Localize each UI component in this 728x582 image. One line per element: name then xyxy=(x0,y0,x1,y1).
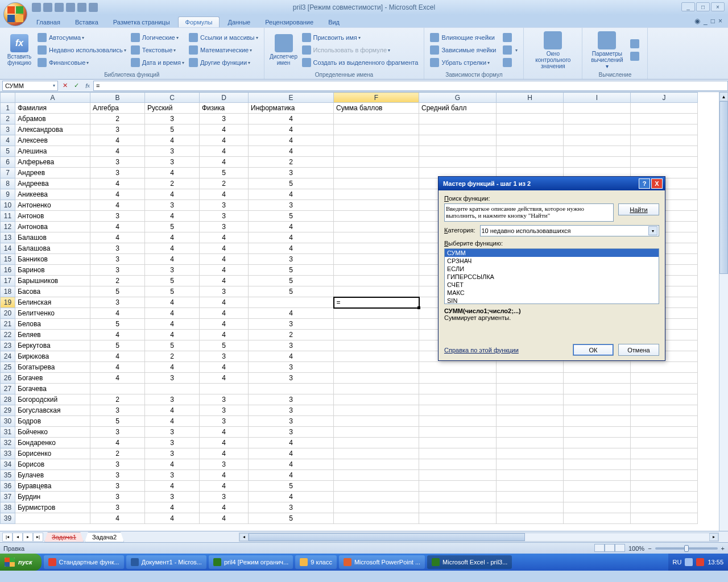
cell-17-C[interactable]: 5 xyxy=(145,276,200,286)
tab-insert[interactable]: Вставка xyxy=(68,17,105,27)
cell-8-F[interactable] xyxy=(334,178,419,189)
cell-38-I[interactable] xyxy=(564,502,631,513)
close-button[interactable]: × xyxy=(711,2,725,11)
cell-4-F[interactable] xyxy=(334,135,419,146)
cell-5-J[interactable] xyxy=(631,146,698,157)
cell-34-J[interactable] xyxy=(631,459,698,470)
datetime-button[interactable]: Дата и время▾ xyxy=(129,56,187,69)
function-list-item[interactable]: ГИПЕРССЫЛКА xyxy=(445,273,659,281)
cell-28-E[interactable]: 3 xyxy=(249,394,334,405)
cell-22-D[interactable]: 4 xyxy=(200,330,249,340)
cell-5-B[interactable]: 4 xyxy=(90,146,145,157)
cell-12-D[interactable]: 3 xyxy=(200,222,249,232)
cell-3-J[interactable] xyxy=(631,124,698,135)
cell-6-D[interactable]: 4 xyxy=(200,157,249,168)
system-tray[interactable]: RU 13:55 xyxy=(668,554,728,571)
cell-23-F[interactable] xyxy=(334,340,419,351)
cell-14-E[interactable]: 4 xyxy=(249,243,334,254)
cell-1-H[interactable] xyxy=(497,103,564,114)
fx-button[interactable]: fx xyxy=(82,81,93,91)
cell-26-D[interactable]: 4 xyxy=(200,373,249,384)
cell-9-F[interactable] xyxy=(334,189,419,200)
cell-28-B[interactable]: 2 xyxy=(90,394,145,405)
taskbar-item-2[interactable]: pril4 [Режим огранич... xyxy=(209,555,293,569)
cell-1-I[interactable] xyxy=(564,103,631,114)
cell-32-G[interactable] xyxy=(419,438,497,448)
cell-9-E[interactable]: 4 xyxy=(249,189,334,200)
row-header-6[interactable]: 6 xyxy=(1,157,15,168)
cell-10-A[interactable]: Антоненко xyxy=(15,200,90,211)
select-all-cell[interactable] xyxy=(1,93,15,103)
cell-31-A[interactable]: Бойченко xyxy=(15,427,90,438)
cancel-button[interactable]: Отмена xyxy=(618,344,659,356)
cell-30-J[interactable] xyxy=(631,416,698,427)
insert-function-button[interactable]: fx Вставить функцию xyxy=(3,29,35,71)
sheet-tab-2[interactable]: Задача2 xyxy=(85,532,124,542)
cell-19-A[interactable]: Белинская xyxy=(15,297,90,308)
cell-23-C[interactable]: 5 xyxy=(145,340,200,351)
sheet-nav-prev[interactable]: ◂ xyxy=(13,533,23,542)
cell-36-H[interactable] xyxy=(497,481,564,492)
cell-25-H[interactable] xyxy=(497,362,564,373)
cell-6-G[interactable] xyxy=(419,157,497,168)
cell-34-I[interactable] xyxy=(564,459,631,470)
cell-24-B[interactable]: 4 xyxy=(90,351,145,362)
cell-33-G[interactable] xyxy=(419,448,497,459)
cell-27-A[interactable]: Богачева xyxy=(15,384,90,394)
cell-4-C[interactable]: 4 xyxy=(145,135,200,146)
cell-25-J[interactable] xyxy=(631,362,698,373)
cell-35-A[interactable]: Булачев xyxy=(15,470,90,481)
cell-34-B[interactable]: 3 xyxy=(90,459,145,470)
cell-30-B[interactable]: 5 xyxy=(90,416,145,427)
cell-36-B[interactable]: 3 xyxy=(90,481,145,492)
cell-10-C[interactable]: 3 xyxy=(145,200,200,211)
cell-4-B[interactable]: 4 xyxy=(90,135,145,146)
cell-34-H[interactable] xyxy=(497,459,564,470)
cell-1-E[interactable]: Информатика xyxy=(249,103,334,114)
cell-28-I[interactable] xyxy=(564,394,631,405)
cell-19-F[interactable]: = xyxy=(334,297,419,308)
cell-39-F[interactable] xyxy=(334,513,419,524)
taskbar-item-1[interactable]: Документ1 - Micros... xyxy=(126,555,206,569)
undo-icon[interactable] xyxy=(43,3,52,12)
kaspersky-icon[interactable] xyxy=(696,558,704,566)
cell-33-F[interactable] xyxy=(334,448,419,459)
cell-33-J[interactable] xyxy=(631,448,698,459)
cell-20-D[interactable]: 4 xyxy=(200,308,249,319)
cell-8-C[interactable]: 2 xyxy=(145,178,200,189)
cell-36-A[interactable]: Буравцева xyxy=(15,481,90,492)
row-header-32[interactable]: 32 xyxy=(1,438,15,448)
row-header-7[interactable]: 7 xyxy=(1,168,15,178)
cell-4-H[interactable] xyxy=(497,135,564,146)
ok-button[interactable]: ОК xyxy=(573,344,614,356)
cell-4-J[interactable] xyxy=(631,135,698,146)
error-check-button[interactable]: ▾ xyxy=(500,44,520,56)
find-button[interactable]: Найти xyxy=(618,203,659,215)
cell-2-H[interactable] xyxy=(497,114,564,124)
cell-3-G[interactable] xyxy=(419,124,497,135)
cell-39-A[interactable] xyxy=(15,513,90,524)
create-from-selection-button[interactable]: Создать из выделенного фрагмента xyxy=(300,56,421,69)
cell-6-I[interactable] xyxy=(564,157,631,168)
row-header-29[interactable]: 29 xyxy=(1,405,15,416)
cell-6-B[interactable]: 3 xyxy=(90,157,145,168)
cell-30-C[interactable]: 4 xyxy=(145,416,200,427)
cell-39-B[interactable]: 4 xyxy=(90,513,145,524)
taskbar-item-5[interactable]: Microsoft Excel - pril3... xyxy=(427,555,512,569)
cell-17-D[interactable]: 4 xyxy=(200,276,249,286)
function-help-link[interactable]: Справка по этой функции xyxy=(444,347,519,354)
row-header-38[interactable]: 38 xyxy=(1,502,15,513)
col-header-D[interactable]: D xyxy=(200,93,249,103)
calc-sheet-button[interactable] xyxy=(628,50,644,63)
function-list-item[interactable]: МАКС xyxy=(445,289,659,297)
cell-37-E[interactable]: 4 xyxy=(249,492,334,502)
col-header-E[interactable]: E xyxy=(249,93,334,103)
cell-23-D[interactable]: 5 xyxy=(200,340,249,351)
cell-21-C[interactable]: 4 xyxy=(145,319,200,330)
cell-22-F[interactable] xyxy=(334,330,419,340)
row-header-18[interactable]: 18 xyxy=(1,286,15,297)
cell-37-I[interactable] xyxy=(564,492,631,502)
cell-38-E[interactable]: 3 xyxy=(249,502,334,513)
cell-19-B[interactable]: 3 xyxy=(90,297,145,308)
cell-6-F[interactable] xyxy=(334,157,419,168)
